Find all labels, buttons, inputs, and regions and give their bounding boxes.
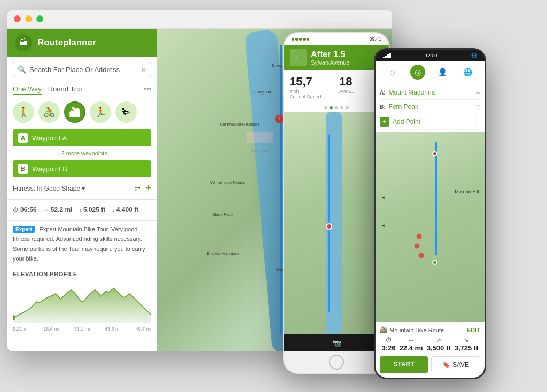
ascent-icon-small: ↗ — [427, 336, 451, 344]
nav-header: ← After 1.5 Sylvan Avenue — [284, 45, 389, 70]
fitness-label[interactable]: Fitness: In Good Shape ▾ — [13, 185, 130, 192]
activity-run[interactable]: 🏃 — [90, 101, 111, 123]
stat-distance: ↔ 52.2 mi — [43, 206, 73, 214]
bstat-desc-val: 3,725 ft — [455, 344, 479, 352]
bookmark-icon: 🔖 — [442, 361, 450, 369]
activity-mountain-bike[interactable]: 🚵 — [64, 101, 85, 123]
bottom-panel: 🚵 Mountain Bike Route EDIT ⏱ 3:26 ↔ 22.4… — [376, 322, 485, 378]
speed-value: 15,7 — [290, 75, 334, 89]
svg-text:West Point: West Point — [251, 148, 269, 152]
bstat-asc-val: 3,500 ft — [427, 344, 451, 352]
toolbar-person-icon[interactable]: 👤 — [435, 65, 450, 80]
search-box[interactable]: 🔍 Search For Place Or Address ✕ — [13, 62, 151, 77]
speed-bar: 15,7 mph Current Speed 18 Aven... — [284, 70, 389, 104]
route-type: 🚵 Mountain Bike Route — [380, 326, 444, 333]
black-phone-status: 12:00 🌐 — [376, 50, 485, 61]
wp-a-label: A: — [380, 90, 386, 96]
elevation-title: ELEVATION PROFILE — [13, 271, 151, 277]
svg-point-16 — [419, 253, 424, 258]
clear-search-icon[interactable]: ✕ — [141, 66, 146, 74]
activity-walk[interactable]: 🚶 — [13, 101, 34, 123]
wp-a-options[interactable]: ≡ — [476, 88, 480, 97]
minimize-button[interactable] — [25, 15, 32, 22]
time-icon-small: ⏱ — [382, 336, 396, 344]
waypoint-a-item: A: Mount Madonna ≡ — [380, 85, 480, 100]
close-button[interactable] — [14, 15, 21, 22]
wp-b-label: B: — [380, 104, 386, 110]
elevation-labels: 5.21 mi 18.6 mi 31.1 mi 43.5 mi 49.7 mi — [13, 326, 151, 332]
waypoint-a-row[interactable]: A Waypoint A — [13, 129, 151, 146]
white-phone-status: 09:41 — [284, 33, 389, 45]
add-point-icon: + — [380, 117, 389, 127]
black-toolbar: ◇ ◎ 👤 🌐 — [376, 61, 485, 83]
nav-street: Sylvan Avenue — [311, 59, 384, 66]
time-value: 06:56 — [20, 206, 37, 214]
waypoint-b-text: Waypoint B — [32, 165, 146, 173]
bstat-time-val: 3:26 — [382, 344, 396, 352]
bottom-panel-header: 🚵 Mountain Bike Route EDIT — [380, 326, 480, 333]
add-point-options[interactable]: ⋮ — [473, 117, 480, 126]
wp-b-name[interactable]: Fern Peak — [389, 103, 473, 111]
tab-one-way[interactable]: One Way — [13, 85, 42, 95]
scene: 🏔 Routeplanner 🔍 Search For Place Or Add… — [0, 0, 547, 392]
signal-bars — [383, 53, 391, 58]
page-indicator — [284, 104, 389, 112]
edit-route-button[interactable]: EDIT — [467, 327, 480, 333]
waypoint-b-row[interactable]: B Waypoint B — [13, 160, 151, 177]
activity-ski[interactable]: ⛷ — [115, 101, 137, 123]
logo-icon: 🏔 — [19, 38, 28, 48]
fitness-bar: Fitness: In Good Shape ▾ ⇄ + — [13, 183, 151, 194]
nav-distance: After 1.5 — [311, 50, 384, 59]
bstat-time: ⏱ 3:26 — [382, 336, 396, 352]
activity-bike[interactable]: 🚴 — [38, 101, 60, 123]
black-phone: 12:00 🌐 ◇ ◎ 👤 🌐 A: Mount Madonna ≡ B: Fe… — [374, 48, 486, 379]
distance-value: 52.2 mi — [51, 206, 73, 214]
ascent-icon: ↑ — [79, 207, 82, 213]
bottom-actions: START 🔖 SAVE — [380, 356, 480, 373]
sidebar: 🏔 Routeplanner 🔍 Search For Place Or Add… — [7, 29, 157, 351]
tab-round-trip[interactable]: Round Trip — [48, 85, 82, 95]
more-waypoints[interactable]: ↕ 2 more waypoints — [7, 148, 157, 158]
wp-a-name[interactable]: Mount Madonna — [389, 89, 473, 96]
elevation-section: ELEVATION PROFILE — [7, 266, 157, 327]
white-phone-map — [284, 112, 389, 334]
bstat-ascent: ↗ 3,500 ft — [427, 336, 451, 352]
start-button[interactable]: START — [380, 356, 428, 373]
bstat-dist-val: 22.4 mi — [400, 344, 423, 352]
route-tabs: One Way Round Trip ••• — [7, 83, 157, 97]
elevation-svg — [13, 280, 151, 323]
recenter-icon[interactable]: ⇄ — [135, 184, 141, 193]
descent-icon: ↓ — [112, 207, 115, 213]
app-logo: 🏔 — [15, 34, 32, 51]
title-bar — [7, 10, 392, 29]
ascent-value: 5,025 ft — [83, 206, 105, 214]
add-point-row[interactable]: + Add Point ⋮ — [380, 114, 480, 130]
svg-point-14 — [417, 234, 422, 239]
toolbar-diamond-icon[interactable]: ◇ — [385, 65, 400, 80]
maximize-button[interactable] — [36, 15, 43, 22]
speed-unit: mph — [290, 89, 334, 94]
description-section: Expert Expert Mountain Bike Tour. Very g… — [13, 224, 151, 263]
turn-arrow: ← — [290, 49, 307, 66]
bstat-descent: ↘ 3,725 ft — [455, 336, 479, 352]
stat-descent: ↓ 4,400 ft — [112, 206, 138, 214]
black-map-svg: ◄ ◄ — [376, 132, 485, 322]
search-input[interactable]: Search For Place Or Address — [29, 66, 138, 74]
divider-2 — [7, 220, 157, 221]
waypoint-a-text: Waypoint A — [32, 134, 146, 142]
sidebar-header: 🏔 Routeplanner — [7, 29, 157, 57]
svg-text:Sloop Hill: Sloop Hill — [254, 90, 272, 95]
camera-icon: 📷 — [332, 339, 341, 347]
home-button[interactable] — [284, 351, 389, 373]
wp-b-options[interactable]: ≡ — [476, 103, 480, 111]
more-options-icon[interactable]: ••• — [144, 85, 151, 95]
add-waypoint-icon[interactable]: + — [145, 183, 151, 194]
toolbar-globe-icon[interactable]: 🌐 — [460, 65, 475, 80]
save-button[interactable]: 🔖 SAVE — [431, 356, 480, 373]
expert-badge: Expert — [13, 226, 35, 233]
toolbar-circle-icon[interactable]: ◎ — [410, 65, 425, 80]
distance-icon: ↔ — [43, 207, 49, 213]
white-phone-time: 09:41 — [369, 36, 381, 42]
search-icon: 🔍 — [18, 66, 26, 74]
descent-value: 4,400 ft — [116, 206, 138, 214]
